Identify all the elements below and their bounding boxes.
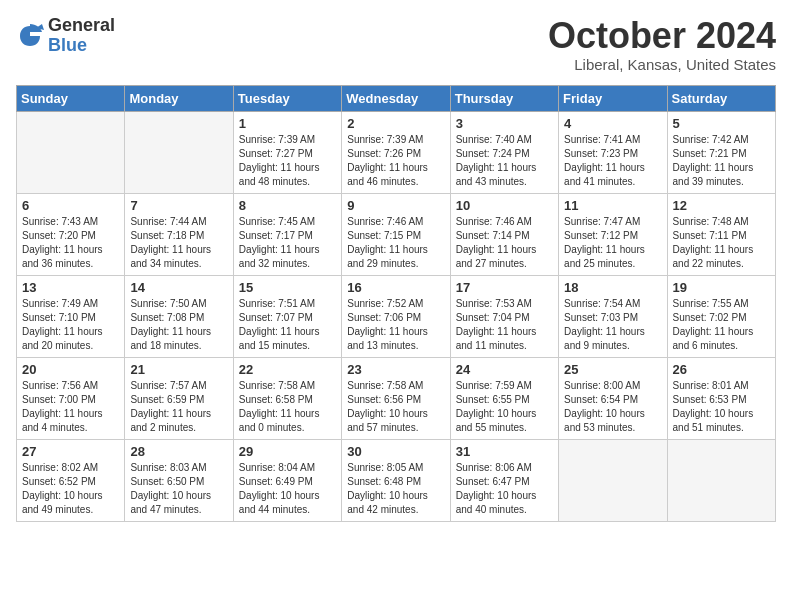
calendar-day-cell: 17Sunrise: 7:53 AMSunset: 7:04 PMDayligh… (450, 275, 558, 357)
logo-icon (16, 22, 44, 50)
day-number: 1 (239, 116, 336, 131)
calendar-day-cell: 2Sunrise: 7:39 AMSunset: 7:26 PMDaylight… (342, 111, 450, 193)
logo: General Blue (16, 16, 115, 56)
day-number: 2 (347, 116, 444, 131)
day-number: 31 (456, 444, 553, 459)
calendar-day-cell: 26Sunrise: 8:01 AMSunset: 6:53 PMDayligh… (667, 357, 775, 439)
page-header: General Blue October 2024 Liberal, Kansa… (16, 16, 776, 73)
day-detail: Sunrise: 7:39 AMSunset: 7:27 PMDaylight:… (239, 133, 336, 189)
calendar-day-cell: 12Sunrise: 7:48 AMSunset: 7:11 PMDayligh… (667, 193, 775, 275)
calendar-day-cell: 1Sunrise: 7:39 AMSunset: 7:27 PMDaylight… (233, 111, 341, 193)
day-number: 19 (673, 280, 770, 295)
day-number: 27 (22, 444, 119, 459)
calendar-day-cell (17, 111, 125, 193)
calendar-week-row: 1Sunrise: 7:39 AMSunset: 7:27 PMDaylight… (17, 111, 776, 193)
calendar-day-cell: 10Sunrise: 7:46 AMSunset: 7:14 PMDayligh… (450, 193, 558, 275)
calendar-day-cell: 21Sunrise: 7:57 AMSunset: 6:59 PMDayligh… (125, 357, 233, 439)
logo-general: General (48, 16, 115, 36)
calendar-day-cell: 5Sunrise: 7:42 AMSunset: 7:21 PMDaylight… (667, 111, 775, 193)
day-detail: Sunrise: 7:44 AMSunset: 7:18 PMDaylight:… (130, 215, 227, 271)
day-number: 24 (456, 362, 553, 377)
calendar-day-cell: 31Sunrise: 8:06 AMSunset: 6:47 PMDayligh… (450, 439, 558, 521)
day-detail: Sunrise: 7:43 AMSunset: 7:20 PMDaylight:… (22, 215, 119, 271)
logo-blue: Blue (48, 36, 115, 56)
calendar-day-cell: 30Sunrise: 8:05 AMSunset: 6:48 PMDayligh… (342, 439, 450, 521)
calendar-week-row: 27Sunrise: 8:02 AMSunset: 6:52 PMDayligh… (17, 439, 776, 521)
calendar-day-cell: 11Sunrise: 7:47 AMSunset: 7:12 PMDayligh… (559, 193, 667, 275)
calendar-day-cell: 3Sunrise: 7:40 AMSunset: 7:24 PMDaylight… (450, 111, 558, 193)
day-number: 9 (347, 198, 444, 213)
calendar-day-cell: 16Sunrise: 7:52 AMSunset: 7:06 PMDayligh… (342, 275, 450, 357)
day-number: 10 (456, 198, 553, 213)
weekday-header-row: SundayMondayTuesdayWednesdayThursdayFrid… (17, 85, 776, 111)
day-number: 26 (673, 362, 770, 377)
day-detail: Sunrise: 7:56 AMSunset: 7:00 PMDaylight:… (22, 379, 119, 435)
calendar-day-cell (667, 439, 775, 521)
day-detail: Sunrise: 8:06 AMSunset: 6:47 PMDaylight:… (456, 461, 553, 517)
day-number: 13 (22, 280, 119, 295)
day-detail: Sunrise: 8:04 AMSunset: 6:49 PMDaylight:… (239, 461, 336, 517)
calendar-day-cell: 27Sunrise: 8:02 AMSunset: 6:52 PMDayligh… (17, 439, 125, 521)
day-detail: Sunrise: 7:58 AMSunset: 6:58 PMDaylight:… (239, 379, 336, 435)
day-detail: Sunrise: 7:53 AMSunset: 7:04 PMDaylight:… (456, 297, 553, 353)
day-detail: Sunrise: 7:52 AMSunset: 7:06 PMDaylight:… (347, 297, 444, 353)
calendar-day-cell: 6Sunrise: 7:43 AMSunset: 7:20 PMDaylight… (17, 193, 125, 275)
day-number: 14 (130, 280, 227, 295)
calendar-day-cell: 9Sunrise: 7:46 AMSunset: 7:15 PMDaylight… (342, 193, 450, 275)
day-detail: Sunrise: 7:45 AMSunset: 7:17 PMDaylight:… (239, 215, 336, 271)
day-detail: Sunrise: 7:58 AMSunset: 6:56 PMDaylight:… (347, 379, 444, 435)
day-number: 3 (456, 116, 553, 131)
calendar-day-cell: 29Sunrise: 8:04 AMSunset: 6:49 PMDayligh… (233, 439, 341, 521)
day-number: 7 (130, 198, 227, 213)
day-detail: Sunrise: 7:50 AMSunset: 7:08 PMDaylight:… (130, 297, 227, 353)
day-number: 12 (673, 198, 770, 213)
calendar-day-cell: 23Sunrise: 7:58 AMSunset: 6:56 PMDayligh… (342, 357, 450, 439)
calendar-week-row: 6Sunrise: 7:43 AMSunset: 7:20 PMDaylight… (17, 193, 776, 275)
day-detail: Sunrise: 7:49 AMSunset: 7:10 PMDaylight:… (22, 297, 119, 353)
day-detail: Sunrise: 8:02 AMSunset: 6:52 PMDaylight:… (22, 461, 119, 517)
calendar-day-cell (125, 111, 233, 193)
day-detail: Sunrise: 8:03 AMSunset: 6:50 PMDaylight:… (130, 461, 227, 517)
day-number: 15 (239, 280, 336, 295)
calendar-day-cell: 7Sunrise: 7:44 AMSunset: 7:18 PMDaylight… (125, 193, 233, 275)
month-title: October 2024 (548, 16, 776, 56)
day-number: 20 (22, 362, 119, 377)
day-number: 21 (130, 362, 227, 377)
day-detail: Sunrise: 7:48 AMSunset: 7:11 PMDaylight:… (673, 215, 770, 271)
calendar-week-row: 13Sunrise: 7:49 AMSunset: 7:10 PMDayligh… (17, 275, 776, 357)
day-number: 16 (347, 280, 444, 295)
weekday-header: Monday (125, 85, 233, 111)
calendar-day-cell: 14Sunrise: 7:50 AMSunset: 7:08 PMDayligh… (125, 275, 233, 357)
calendar-day-cell: 22Sunrise: 7:58 AMSunset: 6:58 PMDayligh… (233, 357, 341, 439)
day-detail: Sunrise: 7:42 AMSunset: 7:21 PMDaylight:… (673, 133, 770, 189)
day-detail: Sunrise: 7:54 AMSunset: 7:03 PMDaylight:… (564, 297, 661, 353)
calendar-day-cell: 28Sunrise: 8:03 AMSunset: 6:50 PMDayligh… (125, 439, 233, 521)
title-block: October 2024 Liberal, Kansas, United Sta… (548, 16, 776, 73)
weekday-header: Tuesday (233, 85, 341, 111)
calendar-day-cell: 15Sunrise: 7:51 AMSunset: 7:07 PMDayligh… (233, 275, 341, 357)
day-detail: Sunrise: 7:40 AMSunset: 7:24 PMDaylight:… (456, 133, 553, 189)
calendar-day-cell: 24Sunrise: 7:59 AMSunset: 6:55 PMDayligh… (450, 357, 558, 439)
day-detail: Sunrise: 7:57 AMSunset: 6:59 PMDaylight:… (130, 379, 227, 435)
day-number: 6 (22, 198, 119, 213)
day-detail: Sunrise: 7:41 AMSunset: 7:23 PMDaylight:… (564, 133, 661, 189)
calendar-week-row: 20Sunrise: 7:56 AMSunset: 7:00 PMDayligh… (17, 357, 776, 439)
day-number: 25 (564, 362, 661, 377)
day-detail: Sunrise: 7:55 AMSunset: 7:02 PMDaylight:… (673, 297, 770, 353)
day-detail: Sunrise: 7:59 AMSunset: 6:55 PMDaylight:… (456, 379, 553, 435)
weekday-header: Saturday (667, 85, 775, 111)
logo-text: General Blue (48, 16, 115, 56)
day-detail: Sunrise: 8:05 AMSunset: 6:48 PMDaylight:… (347, 461, 444, 517)
day-number: 23 (347, 362, 444, 377)
day-detail: Sunrise: 7:47 AMSunset: 7:12 PMDaylight:… (564, 215, 661, 271)
day-number: 18 (564, 280, 661, 295)
day-number: 30 (347, 444, 444, 459)
day-detail: Sunrise: 8:01 AMSunset: 6:53 PMDaylight:… (673, 379, 770, 435)
day-number: 5 (673, 116, 770, 131)
weekday-header: Wednesday (342, 85, 450, 111)
day-number: 11 (564, 198, 661, 213)
day-detail: Sunrise: 7:46 AMSunset: 7:15 PMDaylight:… (347, 215, 444, 271)
weekday-header: Thursday (450, 85, 558, 111)
day-number: 8 (239, 198, 336, 213)
weekday-header: Friday (559, 85, 667, 111)
